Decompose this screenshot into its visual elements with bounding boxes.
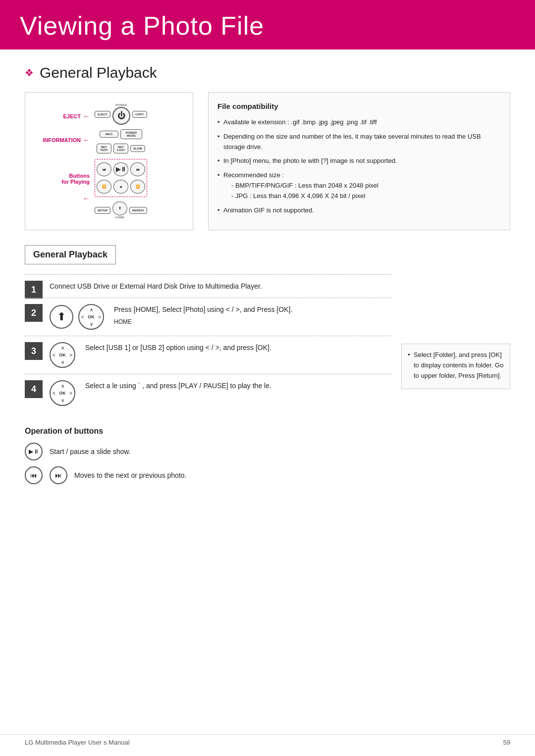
footer-right: 59 bbox=[503, 739, 510, 746]
op-row-playpause: ▶⏸ Start / pause a slide show. bbox=[25, 443, 391, 460]
ok-label-step4: OK bbox=[59, 391, 66, 396]
file-compat-title: File compatibility bbox=[217, 101, 501, 112]
ok-nav-step4: OK < > bbox=[50, 380, 75, 406]
remote-diagram: EJECT ← INFORMATION ← Buttons for Playin… bbox=[25, 92, 193, 230]
step-2: 2 ⬆ OK < > Press [HOME], Select [Photo] … bbox=[25, 298, 391, 336]
information-arrow: ← bbox=[83, 136, 90, 144]
steps-main: 1 Connect USB Drive or External Hard Dis… bbox=[25, 274, 391, 490]
side-note-item-1: Select [Folder], and press [OK] to displ… bbox=[408, 350, 504, 381]
playing-buttons-box: ⏮ ▶⏸ ⏭ ⏪ ■ ⏩ bbox=[95, 159, 147, 197]
stop-btn[interactable]: ■ bbox=[113, 180, 128, 194]
home-btn[interactable]: ⬆ bbox=[112, 202, 127, 215]
section-title: General Playback bbox=[40, 64, 157, 81]
step-number-4: 4 bbox=[25, 380, 43, 398]
top-section: EJECT ← INFORMATION ← Buttons for Playin… bbox=[25, 92, 510, 230]
op-playpause-desc: Start / pause a slide show. bbox=[50, 448, 130, 455]
information-label: INFORMATION bbox=[43, 137, 81, 143]
file-compat-box: File compatibility Available le extensio… bbox=[208, 92, 510, 230]
step-3: 3 OK < > Select [USB 1] or [USB 2] optio… bbox=[25, 336, 391, 374]
info-btn[interactable]: INFO bbox=[100, 131, 118, 138]
compat-item-4: Recommended size : - BMP/TIFF/PNG/GIF : … bbox=[217, 170, 501, 201]
step-1-content: Connect USB Drive or External Hard Disk … bbox=[50, 281, 391, 292]
step-number-3: 3 bbox=[25, 342, 43, 360]
netcast-btn[interactable]: NETCAST bbox=[113, 144, 128, 153]
ok-label-step3: OK bbox=[59, 353, 66, 357]
slow-btn[interactable]: SLOW bbox=[130, 145, 145, 152]
repeat-btn[interactable]: REPEAT bbox=[129, 207, 147, 214]
compat-item-3: In [Photo] menu, the photo le with [?] i… bbox=[217, 156, 501, 166]
file-compat-list: Available le extension : .gif .bmp .jpg … bbox=[217, 117, 501, 215]
setup-btn[interactable]: SETUP bbox=[95, 207, 110, 214]
remote-labels: EJECT ← INFORMATION ← Buttons for Playin… bbox=[35, 102, 90, 220]
step-4-content: OK < > Select a le using ` , and press [… bbox=[50, 380, 391, 406]
compat-item-2: Depending on the size and number of the … bbox=[217, 132, 501, 152]
compat-item-5: Animation GIF is not supported. bbox=[217, 205, 501, 216]
next-btn[interactable]: ⏭ bbox=[130, 162, 145, 176]
buttons-label-2: for Playing bbox=[35, 179, 90, 185]
prev-btn[interactable]: ⏮ bbox=[97, 162, 111, 176]
skipfwd-btn[interactable]: ⏩ bbox=[130, 180, 145, 194]
playpause-btn[interactable]: ▶⏸ bbox=[113, 162, 128, 176]
step-2-content: ⬆ OK < > Press [HOME], Select [Photo] us… bbox=[50, 304, 391, 330]
op-row-prevnext: ⏮ ⏭ Moves to the next or previous photo. bbox=[25, 466, 391, 484]
compat-sub-1: - BMP/TIFF/PNG/GIF : Less than 2048 x 20… bbox=[223, 181, 501, 191]
buttons-arrow: ← bbox=[83, 195, 90, 202]
page-title: Viewing a Photo File bbox=[20, 11, 515, 41]
eject-arrow: ← bbox=[83, 112, 90, 120]
nettest-btn[interactable]: NETTEST bbox=[97, 144, 111, 153]
steps-wrapper: 1 Connect USB Drive or External Hard Dis… bbox=[25, 274, 510, 490]
skipback-btn[interactable]: ⏪ bbox=[97, 180, 111, 194]
step-3-content: OK < > Select [USB 1] or [USB 2] option … bbox=[50, 342, 391, 368]
side-note-list: Select [Folder], and press [OK] to displ… bbox=[408, 350, 504, 381]
step-number-1: 1 bbox=[25, 281, 43, 299]
operation-title: Operation of buttons bbox=[25, 427, 391, 436]
step-number-2: 2 bbox=[25, 304, 43, 322]
diamond-bullet-icon: ❖ bbox=[25, 67, 34, 79]
step-4-text: Select a le using ` , and press [PLAY / … bbox=[85, 380, 391, 391]
op-prevnext-desc: Moves to the next or previous photo. bbox=[74, 471, 186, 479]
section-heading: ❖ General Playback bbox=[25, 64, 510, 81]
page-header: Viewing a Photo File bbox=[0, 0, 535, 50]
eject-btn[interactable]: EJECT bbox=[95, 111, 110, 118]
home-label: HOME bbox=[114, 317, 391, 327]
remote-body: EJECT POWER ⏻ COPY INFO POWERMODE bbox=[95, 102, 147, 220]
copy-btn[interactable]: COPY bbox=[132, 111, 147, 118]
playpause-icon: ▶⏸ bbox=[25, 443, 43, 460]
eject-label: EJECT bbox=[63, 113, 81, 119]
page-content: ❖ General Playback EJECT ← INFORMATION ← bbox=[0, 64, 535, 520]
step-2-text: Press [HOME], Select [Photo] using < / >… bbox=[114, 304, 391, 327]
home-icon: ⬆ bbox=[50, 305, 73, 329]
powermode-btn[interactable]: POWERMODE bbox=[120, 129, 142, 139]
step-4: 4 OK < > Select a le using ` , and press… bbox=[25, 374, 391, 412]
ok-nav-step3: OK < > bbox=[50, 342, 75, 368]
power-btn[interactable]: ⏻ bbox=[112, 107, 130, 125]
footer-left: LG Multimedia Player User s Manual bbox=[25, 739, 130, 746]
ok-nav-step2: OK < > bbox=[78, 304, 104, 330]
page-footer: LG Multimedia Player User s Manual 59 bbox=[0, 734, 535, 746]
next-icon: ⏭ bbox=[50, 466, 67, 484]
steps-right: Select [Folder], and press [OK] to displ… bbox=[401, 274, 510, 490]
side-note-box: Select [Folder], and press [OK] to displ… bbox=[401, 344, 510, 389]
playback-box-label: General Playback bbox=[25, 245, 116, 264]
compat-sub-2: - JPG : Less than 4,096 X 4,096 X 24 bit… bbox=[223, 191, 501, 202]
step-1: 1 Connect USB Drive or External Hard Dis… bbox=[25, 274, 391, 298]
compat-item-1: Available le extension : .gif .bmp .jpg … bbox=[217, 117, 501, 128]
operation-section: Operation of buttons ▶⏸ Start / pause a … bbox=[25, 422, 391, 484]
step-1-text: Connect USB Drive or External Hard Disk … bbox=[50, 281, 391, 292]
buttons-label-1: Buttons bbox=[35, 173, 90, 179]
step-3-text: Select [USB 1] or [USB 2] option using <… bbox=[85, 342, 391, 353]
prev-icon: ⏮ bbox=[25, 466, 43, 484]
ok-label-step2: OK bbox=[88, 314, 95, 319]
